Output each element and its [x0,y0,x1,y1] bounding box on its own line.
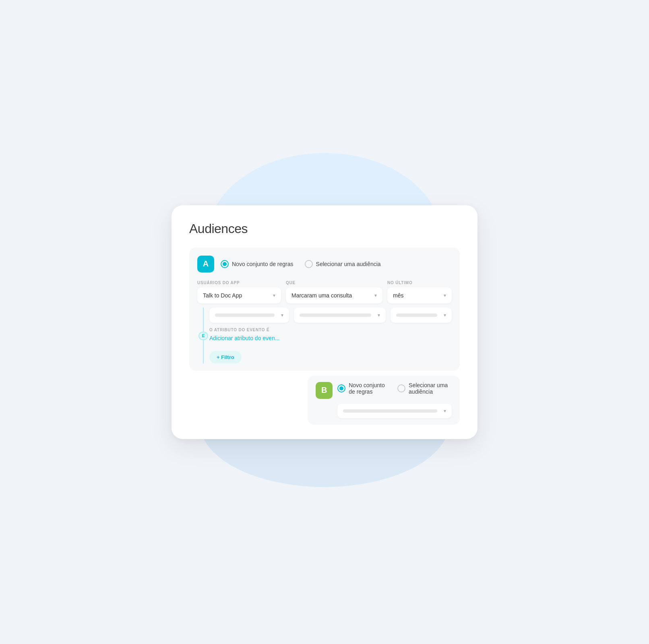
scene: Audiences A Novo conjunto de regras Sele… [159,165,490,479]
b-dropdown-chevron: ▾ [444,408,446,414]
action-select-2[interactable]: ▾ [294,308,386,323]
radio-select-audience-a[interactable]: Selecionar uma audiência [305,260,381,268]
audience-block-b: B Novo conjunto de regras Selecionar uma… [308,376,460,425]
and-badge: E [198,332,209,340]
and-section: E ▾ [197,308,452,363]
audience-block-a: A Novo conjunto de regras Selecionar uma… [189,248,460,371]
col-app-label: USUÁRIOS DO APP [197,281,281,285]
split-left [189,376,303,425]
empty-bar-1 [215,314,275,317]
and-content: ▾ ▾ ▾ [209,308,452,363]
b-empty-bar [343,409,437,413]
radio-new-rules-a[interactable]: Novo conjunto de regras [221,260,293,268]
period-select-chevron: ▾ [444,293,446,298]
radio-circle-new-rules-b [337,384,345,392]
filter-col-app: USUÁRIOS DO APP Talk to Doc App ▾ [197,281,281,303]
radio-label-select-b: Selecionar uma audiência [409,382,452,395]
audience-a-filter-row1: USUÁRIOS DO APP Talk to Doc App ▾ QUE Ma… [197,281,452,303]
b-dropdown-select[interactable]: ▾ [337,404,452,418]
audience-b-header: B Novo conjunto de regras Selecionar uma… [316,382,452,418]
radio-new-rules-b[interactable]: Novo conjunto de regras [337,382,389,395]
app-select-value: Talk to Doc App [203,292,242,299]
audience-badge-b: B [316,382,333,399]
audience-a-radio-group: Novo conjunto de regras Selecionar uma a… [221,260,452,268]
split-row: B Novo conjunto de regras Selecionar uma… [189,376,460,425]
audience-b-radio-group: Novo conjunto de regras Selecionar uma a… [337,382,452,418]
period-select[interactable]: mês ▾ [387,287,452,303]
filter-col-2-period: ▾ [391,308,452,323]
audience-badge-a: A [197,256,214,272]
empty-bar-3 [396,314,437,317]
app-select-chevron: ▾ [273,293,275,298]
page-title: Audiences [189,221,460,236]
period-select-value: mês [393,292,403,299]
radio-circle-new-rules-a [221,260,229,268]
audience-a-filter-row2: ▾ ▾ ▾ [209,308,452,323]
action-select-chevron: ▾ [374,293,377,298]
filter-col-2-app: ▾ [209,308,289,323]
app-select-2[interactable]: ▾ [209,308,289,323]
vertical-line-container: E [197,308,209,363]
col-action-label: QUE [286,281,382,285]
radio-label-new-rules-a: Novo conjunto de regras [232,261,293,267]
and-badge-wrapper: E [198,332,209,339]
filter-button[interactable]: + Filtro [209,351,242,363]
app-select-2-chevron: ▾ [281,312,283,318]
filter-col-action: QUE Marcaram uma consulta ▾ [286,281,382,303]
radio-circle-select-b [397,384,405,392]
action-select-2-chevron: ▾ [378,312,380,318]
radio-circle-select-a [305,260,313,268]
period-select-2[interactable]: ▾ [391,308,452,323]
b-radio-row: Novo conjunto de regras Selecionar uma a… [337,382,452,395]
action-select[interactable]: Marcaram uma consulta ▾ [286,287,382,303]
radio-label-select-a: Selecionar uma audiência [316,261,381,267]
filter-col-2-action: ▾ [294,308,386,323]
add-attr-link[interactable]: Adicionar atributo do even... [209,335,279,341]
event-attr-label: O ATRIBUTO DO EVENTO É [209,328,452,332]
audience-a-header: A Novo conjunto de regras Selecionar uma… [197,256,452,272]
b-filter-row: ▾ [337,404,452,418]
main-card: Audiences A Novo conjunto de regras Sele… [172,205,477,439]
action-select-value: Marcaram uma consulta [291,292,352,299]
filter-col-period: NO ÚLTIMO mês ▾ [387,281,452,303]
radio-select-audience-b[interactable]: Selecionar uma audiência [397,382,452,395]
filter-btn-container: + Filtro [209,351,452,363]
empty-bar-2 [300,314,371,317]
period-select-2-chevron: ▾ [444,312,446,318]
col-period-label: NO ÚLTIMO [387,281,452,285]
app-select[interactable]: Talk to Doc App ▾ [197,287,281,303]
radio-label-new-rules-b: Novo conjunto de regras [349,382,389,395]
